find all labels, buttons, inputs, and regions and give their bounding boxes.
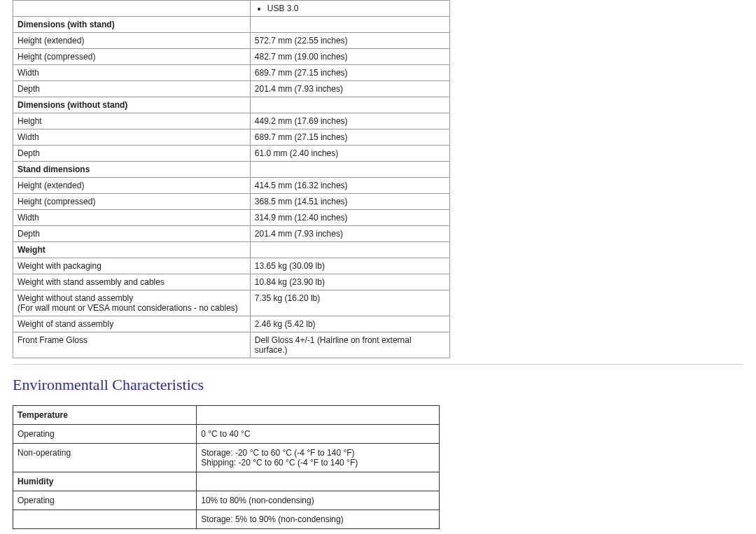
spec-section-empty — [250, 242, 449, 258]
spec-label: Weight of stand assembly — [13, 316, 251, 332]
spec-value: 13.65 kg (30.09 lb) — [250, 258, 449, 274]
env-section-title: Temperature — [13, 406, 197, 425]
spec-label: Width — [13, 210, 251, 226]
spec-value: 10.84 kg (23.90 lb) — [250, 274, 449, 290]
env-row: Storage: 5% to 90% (non-condensing) — [13, 510, 440, 529]
spec-value: 689.7 mm (27.15 inches) — [250, 129, 449, 146]
env-row: Operating10% to 80% (non-condensing) — [13, 491, 440, 510]
spec-section-title: Dimensions (without stand) — [13, 97, 251, 113]
env-row: Non-operatingStorage: -20 °C to 60 °C (-… — [13, 444, 440, 472]
spec-value: 449.2 mm (17.69 inches) — [250, 113, 449, 129]
spec-section-title: Dimensions (with stand) — [13, 17, 251, 33]
usb-label-cell — [13, 1, 251, 17]
env-value: Storage: 5% to 90% (non-condensing) — [197, 510, 440, 529]
spec-row: Height (compressed)482.7 mm (19.00 inche… — [13, 49, 450, 65]
spec-row: Width689.7 mm (27.15 inches) — [13, 129, 450, 146]
env-value: Storage: -20 °C to 60 °C (-4 °F to 140 °… — [197, 444, 440, 472]
usb-list: USB 3.0 — [267, 3, 445, 13]
env-label: Operating — [13, 425, 197, 444]
spec-row: Front Frame GlossDell Gloss 4+/-1 (Hairl… — [13, 332, 450, 358]
spec-label: Depth — [13, 81, 251, 97]
spec-row: Width689.7 mm (27.15 inches) — [13, 65, 450, 81]
spec-value: 201.4 mm (7.93 inches) — [250, 81, 449, 97]
spec-value: 414.5 mm (16.32 inches) — [250, 178, 449, 194]
env-label: Operating — [13, 491, 197, 510]
spec-section-header: Weight — [13, 242, 450, 258]
spec-row: Height (extended)572.7 mm (22.55 inches) — [13, 33, 450, 49]
env-label: Non-operating — [13, 444, 197, 472]
spec-value: Dell Gloss 4+/-1 (Hairline on front exte… — [250, 332, 449, 358]
env-row: Operating0 °C to 40 °C — [13, 425, 440, 444]
spec-row: Height (extended)414.5 mm (16.32 inches) — [13, 178, 450, 194]
spec-value: 314.9 mm (12.40 inches) — [250, 210, 449, 226]
spec-section-header: Dimensions (without stand) — [13, 97, 450, 113]
spec-label: Height (extended) — [13, 178, 251, 194]
env-section-header: Humidity — [13, 472, 440, 491]
spec-label: Height — [13, 113, 251, 129]
section-divider — [13, 364, 743, 365]
spec-value: 61.0 mm (2.40 inches) — [250, 146, 449, 162]
spec-value: 482.7 mm (19.00 inches) — [250, 49, 449, 65]
spec-label: Height (compressed) — [13, 194, 251, 210]
spec-label: Weight with packaging — [13, 258, 251, 274]
spec-row: Height449.2 mm (17.69 inches) — [13, 113, 450, 129]
env-section-header: Temperature — [13, 406, 440, 425]
spec-row: Depth201.4 mm (7.93 inches) — [13, 81, 450, 97]
spec-label: Weight without stand assembly (For wall … — [13, 290, 251, 316]
spec-section-title: Stand dimensions — [13, 162, 251, 178]
env-section-empty — [197, 472, 440, 491]
env-value: 10% to 80% (non-condensing) — [197, 491, 440, 510]
spec-label: Weight with stand assembly and cables — [13, 274, 251, 290]
spec-value: 2.46 kg (5.42 lb) — [250, 316, 449, 332]
spec-row: Width314.9 mm (12.40 inches) — [13, 210, 450, 226]
spec-value: 7.35 kg (16.20 lb) — [250, 290, 449, 316]
environmental-table: TemperatureOperating0 °C to 40 °CNon-ope… — [13, 405, 440, 529]
spec-value: 572.7 mm (22.55 inches) — [250, 33, 449, 49]
spec-value: 689.7 mm (27.15 inches) — [250, 65, 449, 81]
spec-section-empty — [250, 162, 449, 178]
spec-label: Depth — [13, 226, 251, 242]
spec-section-title: Weight — [13, 242, 251, 258]
spec-value: 201.4 mm (7.93 inches) — [250, 226, 449, 242]
spec-label: Height (extended) — [13, 33, 251, 49]
spec-section-empty — [250, 17, 449, 33]
spec-row: Height (compressed)368.5 mm (14.51 inche… — [13, 194, 450, 210]
spec-row: Weight of stand assembly2.46 kg (5.42 lb… — [13, 316, 450, 332]
spec-label: Front Frame Gloss — [13, 332, 251, 358]
spec-row: Depth201.4 mm (7.93 inches) — [13, 226, 450, 242]
env-label — [13, 510, 197, 529]
spec-row: Weight with stand assembly and cables10.… — [13, 274, 450, 290]
usb-row: USB 3.0 — [13, 1, 450, 17]
spec-row: Depth61.0 mm (2.40 inches) — [13, 146, 450, 162]
spec-label: Width — [13, 129, 251, 146]
spec-table: USB 3.0 Dimensions (with stand)Height (e… — [13, 0, 450, 358]
spec-section-empty — [250, 97, 449, 113]
env-section-empty — [197, 406, 440, 425]
env-value: 0 °C to 40 °C — [197, 425, 440, 444]
spec-row: Weight without stand assembly (For wall … — [13, 290, 450, 316]
env-section-title: Humidity — [13, 472, 197, 491]
spec-label: Height (compressed) — [13, 49, 251, 65]
environmental-heading: Environmentall Characteristics — [13, 376, 743, 394]
spec-section-header: Stand dimensions — [13, 162, 450, 178]
spec-label: Depth — [13, 146, 251, 162]
spec-label: Width — [13, 65, 251, 81]
spec-row: Weight with packaging13.65 kg (30.09 lb) — [13, 258, 450, 274]
spec-section-header: Dimensions (with stand) — [13, 17, 450, 33]
spec-value: 368.5 mm (14.51 inches) — [250, 194, 449, 210]
usb-value-cell: USB 3.0 — [250, 1, 449, 17]
usb-list-item: USB 3.0 — [267, 3, 445, 13]
